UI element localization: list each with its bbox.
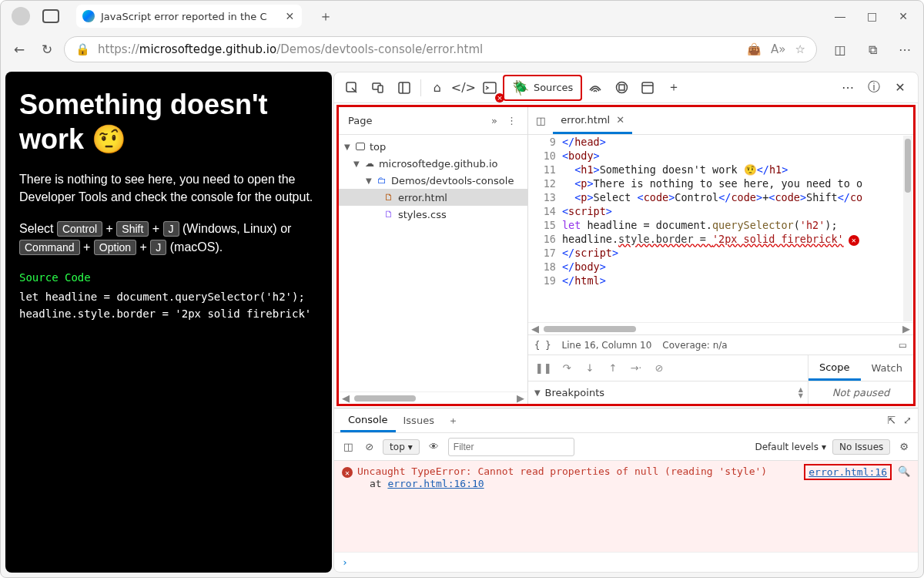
step-over-icon[interactable]: ↷ <box>556 358 578 379</box>
tree-host[interactable]: ▼☁microsoftedge.github.io <box>339 155 527 172</box>
settings-menu-icon[interactable]: ⋯ <box>894 39 916 60</box>
close-window-icon[interactable]: ✕ <box>899 10 908 22</box>
console-tab-icon[interactable] <box>477 75 503 101</box>
tree-file-styles-css[interactable]: 🗋styles.css <box>339 206 527 223</box>
drawer-dock-icon[interactable]: ⇱ <box>887 415 896 426</box>
split-screen-icon[interactable]: ◫ <box>829 39 851 60</box>
toggle-navigator-icon[interactable]: ◫ <box>528 115 553 126</box>
svg-point-6 <box>616 82 627 93</box>
browser-window: JavaScript error reported in the C ✕ ＋ ―… <box>0 0 924 578</box>
pause-icon[interactable]: ❚❚ <box>533 358 554 379</box>
stack-link[interactable]: error.html:16:10 <box>387 478 484 489</box>
drawer-expand-icon[interactable]: ⤢ <box>903 415 912 426</box>
breakpoints-section[interactable]: ▼Breakpoints ▲▼ <box>528 381 808 404</box>
tab-actions-icon[interactable] <box>42 9 59 23</box>
expand-nav-icon[interactable]: » <box>487 115 502 126</box>
sources-tab[interactable]: 🪲 Sources <box>503 75 582 101</box>
page-paragraph-2: Select Control + Shift + J (Windows, Lin… <box>19 220 318 255</box>
shopping-icon[interactable]: 👜 <box>747 42 762 56</box>
step-icon[interactable]: →· <box>625 358 647 379</box>
device-emulation-icon[interactable] <box>365 75 391 101</box>
toolbar-icons: ◫ ⧉ ⋯ <box>829 39 916 60</box>
issues-drawer-tab[interactable]: Issues <box>396 408 442 432</box>
console-error-message[interactable]: ✕ Uncaught TypeError: Cannot read proper… <box>334 461 918 552</box>
add-drawer-tab-icon[interactable]: ＋ <box>442 414 464 428</box>
application-tab-icon[interactable] <box>634 75 661 101</box>
page-heading: Something doesn't work 🤨 <box>19 87 318 156</box>
devtools-more-icon[interactable]: ⋯ <box>835 75 861 101</box>
console-drawer-tab[interactable]: Console <box>340 408 396 432</box>
file-tab-error-html[interactable]: error.html ✕ <box>553 107 632 134</box>
editor-statusbar: { } Line 16, Column 10 Coverage: n/a ▭ <box>528 334 913 355</box>
help-icon[interactable]: ⓘ <box>861 75 887 101</box>
live-expression-icon[interactable]: 👁 <box>426 441 442 452</box>
watch-tab[interactable]: Watch <box>861 355 913 381</box>
inspect-icon[interactable] <box>339 75 365 101</box>
url-field[interactable]: 🔒 https://microsoftedge.github.io/Demos/… <box>64 36 817 62</box>
coverage-status: Coverage: n/a <box>662 340 727 351</box>
kbd-command: Command <box>19 240 80 255</box>
tree-file-error-html[interactable]: 🗋error.html <box>339 189 527 206</box>
no-issues-badge[interactable]: No Issues <box>832 439 890 455</box>
search-message-icon[interactable]: 🔍 <box>898 465 910 477</box>
code-line-1: let headline = document.querySelector('h… <box>19 289 318 306</box>
back-button[interactable]: ← <box>8 39 30 60</box>
browser-tab[interactable]: JavaScript error reported in the C ✕ <box>76 5 302 28</box>
profile-avatar[interactable] <box>12 7 30 25</box>
source-map-icon[interactable]: ▭ <box>899 340 907 351</box>
cursor-position: Line 16, Column 10 <box>562 340 652 351</box>
step-into-icon[interactable]: ↓ <box>579 358 601 379</box>
svg-rect-8 <box>642 82 653 93</box>
navigator-tabs: Page » ⋮ <box>339 107 527 135</box>
error-dot-icon[interactable]: ✕ <box>849 235 859 246</box>
elements-tab-icon[interactable]: </> <box>450 75 477 101</box>
welcome-tab-icon[interactable]: ⌂ <box>424 75 450 101</box>
minimize-icon[interactable]: ― <box>835 10 845 22</box>
new-tab-button[interactable]: ＋ <box>313 4 339 29</box>
filter-input[interactable] <box>448 438 574 456</box>
editor-vscroll[interactable] <box>903 136 912 321</box>
close-devtools-icon[interactable]: ✕ <box>887 75 913 101</box>
read-aloud-icon[interactable]: A» <box>771 42 785 56</box>
file-tree[interactable]: ▼top ▼☁microsoftedge.github.io ▼🗀Demos/d… <box>339 135 527 391</box>
favorite-icon[interactable]: ☆ <box>795 42 805 56</box>
context-dropdown[interactable]: top▾ <box>383 439 420 455</box>
collections-icon[interactable]: ⧉ <box>862 39 883 60</box>
source-link[interactable]: error.html:16 <box>808 466 887 478</box>
deactivate-breakpoints-icon[interactable]: ⊘ <box>648 358 670 379</box>
tree-folder[interactable]: ▼🗀Demos/devtools-console <box>339 172 527 189</box>
console-settings-icon[interactable]: ⚙ <box>896 441 912 452</box>
dock-side-icon[interactable] <box>391 75 417 101</box>
devtools-toolbar: ⌂ </> 🪲 Sources ＋ ⋯ ⓘ ✕ <box>334 72 918 103</box>
refresh-button[interactable]: ↻ <box>36 39 58 60</box>
pretty-print-icon[interactable]: { } <box>534 340 551 351</box>
clear-console-icon[interactable]: ⊘ <box>362 441 377 452</box>
url-scheme: https:// <box>98 42 139 56</box>
svg-rect-7 <box>619 85 624 90</box>
close-tab-icon[interactable]: ✕ <box>286 10 295 22</box>
lock-icon[interactable]: 🔒 <box>75 42 90 56</box>
editor-hscroll[interactable]: ◀▶ <box>528 322 913 334</box>
console-filter-bar: ◫ ⊘ top▾ 👁 Default levels ▾ No Issues ⚙ <box>334 433 918 461</box>
editor-tabs: ◫ error.html ✕ <box>528 107 913 135</box>
step-out-icon[interactable]: ↑ <box>602 358 624 379</box>
console-sidebar-icon[interactable]: ◫ <box>340 441 356 452</box>
log-levels-dropdown[interactable]: Default levels ▾ <box>755 442 825 452</box>
more-tabs-icon[interactable]: ＋ <box>661 75 687 101</box>
code-editor[interactable]: 910111213141516171819 </head> <body> <h1… <box>528 135 913 322</box>
close-file-icon[interactable]: ✕ <box>616 114 624 126</box>
breakpoints-row: ▼Breakpoints ▲▼ Not paused <box>528 381 913 404</box>
console-prompt[interactable]: › <box>334 552 918 572</box>
navigator-pane: Page » ⋮ ▼top ▼☁microsoftedge.github.io … <box>339 107 528 404</box>
scope-tab[interactable]: Scope <box>808 355 861 381</box>
kbd-control: Control <box>57 221 102 237</box>
nav-hscroll[interactable]: ◀▶ <box>339 391 527 404</box>
tree-top[interactable]: ▼top <box>339 138 527 155</box>
maximize-icon[interactable]: □ <box>867 10 877 22</box>
kbd-j: J <box>163 221 179 237</box>
tab-title: JavaScript error reported in the C <box>101 11 267 22</box>
nav-more-icon[interactable]: ⋮ <box>502 115 521 126</box>
page-subtab[interactable]: Page <box>345 115 375 126</box>
performance-tab-icon[interactable] <box>608 75 634 101</box>
network-tab-icon[interactable] <box>582 75 608 101</box>
